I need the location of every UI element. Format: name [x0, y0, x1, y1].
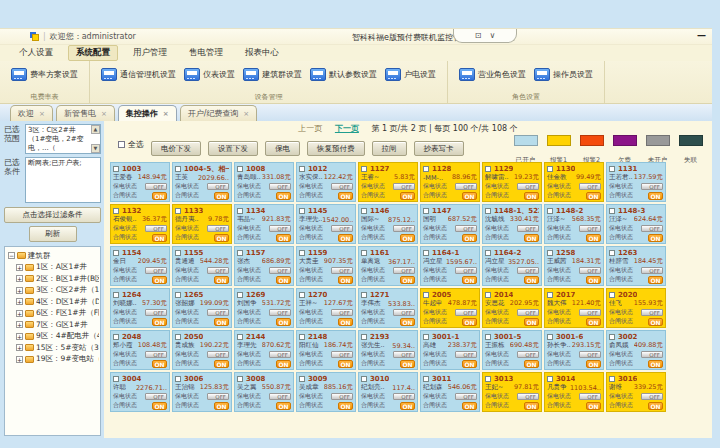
room-checkbox[interactable]: [299, 208, 305, 214]
room-checkbox[interactable]: [237, 334, 243, 340]
room-card[interactable]: 3008吴之翼550.87元保电状态OFF合闸状态ON: [234, 372, 294, 412]
power-status-value[interactable]: OFF: [207, 267, 229, 274]
room-card[interactable]: 1157张杰686.89元保电状态OFF合闸状态ON: [234, 246, 294, 286]
power-status-value[interactable]: OFF: [393, 393, 415, 400]
tree-node-root[interactable]: −建筑群: [8, 251, 99, 261]
room-card[interactable]: 1271李伟杰533.83..保电状态OFF合闸状态ON: [358, 288, 418, 328]
close-tab-icon[interactable]: ×: [39, 110, 45, 118]
switch-status-badge[interactable]: ON: [524, 234, 539, 242]
power-status-value[interactable]: OFF: [579, 351, 601, 358]
power-status-value[interactable]: OFF: [331, 267, 353, 274]
room-card[interactable]: 1003王爱春148.94元保电状态OFF合闸状态ON: [110, 162, 170, 202]
toolbar-button[interactable]: 恢复预付费: [307, 141, 365, 156]
switch-status-badge[interactable]: ON: [276, 192, 291, 200]
room-card[interactable]: 1148-3汪泽~624.64元保电状态OFF合闸状态ON: [606, 204, 666, 244]
switch-status-badge[interactable]: ON: [400, 234, 415, 242]
room-card[interactable]: 1128-MM-..88.96元保电状态OFF合闸状态ON: [420, 162, 480, 202]
switch-status-badge[interactable]: ON: [586, 360, 601, 368]
power-status-value[interactable]: OFF: [579, 393, 601, 400]
room-checkbox[interactable]: [299, 250, 305, 256]
room-checkbox[interactable]: [175, 166, 181, 172]
ribbon-button[interactable]: 户电设置: [382, 65, 439, 84]
switch-status-badge[interactable]: ON: [462, 192, 477, 200]
menu-item[interactable]: 售电管理: [182, 46, 230, 60]
room-card[interactable]: 1134韦品~921.83元保电状态OFF合闸状态ON: [234, 204, 294, 244]
power-status-value[interactable]: OFF: [269, 267, 291, 274]
expand-icon[interactable]: +: [16, 333, 23, 340]
expand-icon[interactable]: +: [16, 275, 23, 282]
power-status-value[interactable]: OFF: [269, 351, 291, 358]
power-status-value[interactable]: OFF: [641, 351, 663, 358]
room-card[interactable]: 1004-5、相一王英2029.66..保电状态OFF合闸状态ON: [172, 162, 232, 202]
room-card[interactable]: 1164-1冯立星1595.67..保电状态OFF合闸状态ON: [420, 246, 480, 286]
power-status-value[interactable]: OFF: [145, 351, 167, 358]
room-checkbox[interactable]: [361, 166, 367, 172]
toolbar-button[interactable]: 抄表写卡: [414, 141, 464, 156]
select-all[interactable]: 全选: [118, 139, 144, 150]
room-checkbox[interactable]: [547, 166, 553, 172]
tree-node[interactable]: +9区：4#配电井（4#...: [16, 331, 99, 341]
expand-icon[interactable]: +: [16, 321, 23, 328]
expand-icon[interactable]: +: [16, 264, 23, 271]
switch-status-badge[interactable]: ON: [152, 402, 167, 410]
room-card[interactable]: 1263桂辞雪184.45元保电状态OFF合闸状态ON: [606, 246, 666, 286]
choose-filter-button[interactable]: 点击选择过滤条件: [4, 207, 101, 223]
switch-status-badge[interactable]: ON: [524, 276, 539, 284]
switch-status-badge[interactable]: ON: [214, 360, 229, 368]
switch-status-badge[interactable]: ON: [524, 318, 539, 326]
switch-status-badge[interactable]: ON: [152, 192, 167, 200]
ribbon-button[interactable]: 建筑群设置: [240, 65, 305, 84]
room-card[interactable]: 2048郑小霞108.48元保电状态OFF合闸状态ON: [110, 330, 170, 370]
switch-status-badge[interactable]: ON: [152, 234, 167, 242]
room-checkbox[interactable]: [361, 208, 367, 214]
switch-status-badge[interactable]: ON: [400, 192, 415, 200]
room-card[interactable]: 2005牛起申478.87元保电状态OFF合闸状态ON: [420, 288, 480, 328]
room-checkbox[interactable]: [361, 292, 367, 298]
room-checkbox[interactable]: [175, 208, 181, 214]
room-card[interactable]: 3001-6孙长争..293.15元保电状态OFF合闸状态ON: [544, 330, 604, 370]
power-status-value[interactable]: OFF: [269, 225, 291, 232]
switch-status-badge[interactable]: ON: [214, 318, 229, 326]
room-checkbox[interactable]: [299, 166, 305, 172]
menu-item[interactable]: 报表中心: [238, 46, 286, 60]
switch-status-badge[interactable]: ON: [648, 192, 663, 200]
room-card[interactable]: 1265张韶娜199.09元保电状态OFF合闸状态ON: [172, 288, 232, 328]
room-card[interactable]: 2014安思花202.95元保电状态OFF合闸状态ON: [482, 288, 542, 328]
room-checkbox[interactable]: [175, 334, 181, 340]
power-status-value[interactable]: OFF: [455, 225, 477, 232]
room-checkbox[interactable]: [423, 208, 429, 214]
power-status-value[interactable]: OFF: [579, 225, 601, 232]
room-card[interactable]: 1148-2汪泽~568.35元保电状态OFF合闸状态ON: [544, 204, 604, 244]
room-card[interactable]: 1154金日209.45元保电状态OFF合闸状态ON: [110, 246, 170, 286]
room-checkbox[interactable]: [237, 166, 243, 172]
switch-status-badge[interactable]: ON: [462, 234, 477, 242]
switch-status-badge[interactable]: ON: [276, 402, 291, 410]
tree-node[interactable]: +3区：C区2#井（1#...: [16, 285, 99, 295]
power-status-value[interactable]: OFF: [455, 351, 477, 358]
power-status-value[interactable]: OFF: [641, 309, 663, 316]
switch-status-badge[interactable]: ON: [462, 276, 477, 284]
switch-status-badge[interactable]: ON: [276, 360, 291, 368]
room-card[interactable]: 1147国明687.52元保电状态OFF合闸状态ON: [420, 204, 480, 244]
menu-item[interactable]: 系统配置: [68, 45, 118, 61]
document-tab[interactable]: 开户/纪费查询×: [180, 105, 258, 121]
room-card[interactable]: 3009吴成章885.16元保电状态OFF合闸状态ON: [296, 372, 356, 412]
room-card[interactable]: 1258王威茜184.31元保电状态OFF合闸状态ON: [544, 246, 604, 286]
switch-status-badge[interactable]: ON: [586, 192, 601, 200]
switch-status-badge[interactable]: ON: [524, 360, 539, 368]
switch-status-badge[interactable]: ON: [648, 234, 663, 242]
switch-status-badge[interactable]: ON: [586, 234, 601, 242]
switch-status-badge[interactable]: ON: [400, 318, 415, 326]
ribbon-button[interactable]: 通信管理机设置: [98, 65, 179, 84]
select-all-checkbox[interactable]: [118, 141, 125, 148]
switch-status-badge[interactable]: ON: [338, 318, 353, 326]
power-status-value[interactable]: OFF: [331, 351, 353, 358]
switch-status-badge[interactable]: ON: [338, 192, 353, 200]
switch-status-badge[interactable]: ON: [152, 276, 167, 284]
room-checkbox[interactable]: [547, 250, 553, 256]
room-card[interactable]: 1161单离返367.17..保电状态OFF合闸状态ON: [358, 246, 418, 286]
room-checkbox[interactable]: [609, 166, 615, 172]
room-card[interactable]: 2193张先生..59.34..保电状态OFF合闸状态ON: [358, 330, 418, 370]
room-checkbox[interactable]: [423, 292, 429, 298]
power-status-value[interactable]: OFF: [579, 183, 601, 190]
